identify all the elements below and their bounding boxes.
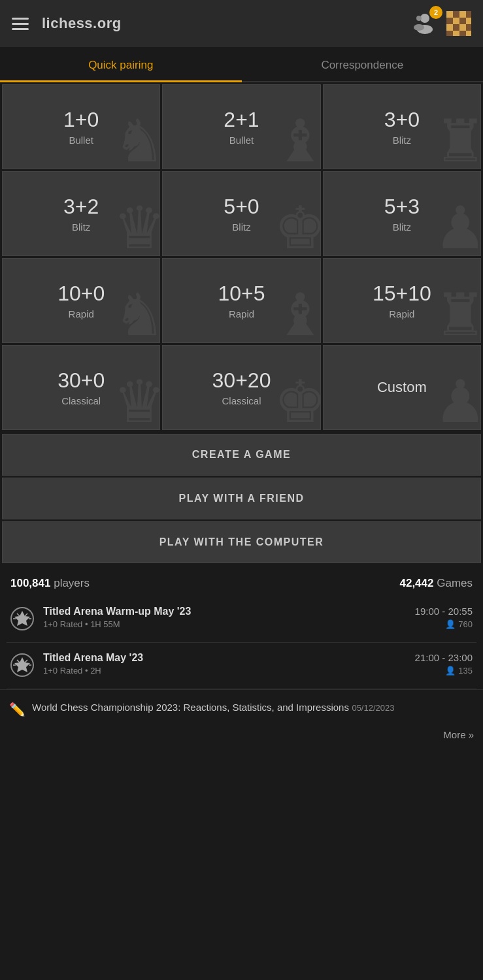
tournament-meta: 1+0 Rated • 2H xyxy=(43,666,415,676)
tabs-bar: Quick pairing Correspondence xyxy=(0,47,483,82)
game-grid: ♞1+0Bullet♝2+1Bullet♜3+0Blitz♛3+2Blitz♚5… xyxy=(0,82,483,432)
pencil-icon: ✏️ xyxy=(9,702,25,717)
game-type-label: Classical xyxy=(61,395,101,406)
watermark-icon: ♞ xyxy=(113,280,160,343)
game-type-label: Rapid xyxy=(389,308,414,319)
game-cell-10+5[interactable]: ♝10+5Rapid xyxy=(162,258,320,343)
action-buttons: CREATE A GAME PLAY WITH A FRIEND PLAY WI… xyxy=(0,432,483,565)
play-computer-button[interactable]: PLAY WITH THE COMPUTER xyxy=(2,521,481,563)
game-type-label: Bullet xyxy=(229,135,254,146)
game-type-label: Rapid xyxy=(69,308,94,319)
svg-rect-19 xyxy=(466,31,471,36)
watermark-icon: ♞ xyxy=(113,106,160,169)
time-control-label: 1+0 xyxy=(63,108,99,132)
svg-rect-5 xyxy=(453,11,459,18)
stats-bar: 100,841 players 42,442 Games xyxy=(0,565,483,596)
time-control-label: 5+0 xyxy=(224,195,259,219)
hamburger-menu[interactable] xyxy=(12,18,29,30)
watermark-icon: ♟ xyxy=(434,367,481,430)
notification-badge: 2 xyxy=(429,6,442,19)
svg-rect-7 xyxy=(466,11,471,18)
players-count: 760 xyxy=(458,619,473,629)
create-game-button[interactable]: CREATE A GAME xyxy=(2,434,481,476)
more-link[interactable]: More » xyxy=(0,724,483,753)
time-control-label: 30+20 xyxy=(212,368,271,393)
game-cell-3+0[interactable]: ♜3+0Blitz xyxy=(323,84,481,169)
tournament-right: 19:00 - 20:55 👤 760 xyxy=(415,606,473,629)
game-cell-30+0[interactable]: ♛30+0Classical xyxy=(2,345,160,430)
tournament-players: 👤 135 xyxy=(415,666,473,676)
header-left: lichess.org xyxy=(12,15,122,32)
time-control-label: 5+3 xyxy=(384,195,420,219)
game-cell-1+0[interactable]: ♞1+0Bullet xyxy=(2,84,160,169)
header-right: 2 xyxy=(412,10,471,37)
games-stat: 42,442 Games xyxy=(399,577,473,590)
svg-rect-14 xyxy=(459,24,466,31)
watermark-icon: ♛ xyxy=(113,367,160,430)
game-cell-2+1[interactable]: ♝2+1Bullet xyxy=(162,84,320,169)
svg-rect-10 xyxy=(459,18,466,24)
tab-correspondence[interactable]: Correspondence xyxy=(242,47,484,81)
user-icon-button[interactable]: 2 xyxy=(412,10,437,37)
tournament-name: Titled Arena May '23 xyxy=(43,652,415,664)
tournament-right: 21:00 - 23:00 👤 135 xyxy=(415,652,473,676)
game-type-label: Blitz xyxy=(393,135,411,146)
watermark-icon: ♛ xyxy=(113,193,160,256)
blog-section: ✏️ World Chess Championship 2023: Reacti… xyxy=(0,689,483,724)
tab-quick-pairing[interactable]: Quick pairing xyxy=(0,47,242,81)
play-friend-button[interactable]: PLAY WITH A FRIEND xyxy=(2,478,481,519)
game-type-label: Blitz xyxy=(72,221,90,233)
tournament-time: 21:00 - 23:00 xyxy=(415,652,473,663)
svg-rect-4 xyxy=(446,11,453,18)
tournament-icon xyxy=(10,653,34,679)
game-type-label: Rapid xyxy=(229,308,254,319)
svg-rect-6 xyxy=(459,11,466,18)
game-cell-10+0[interactable]: ♞10+0Rapid xyxy=(2,258,160,343)
time-control-label: 3+2 xyxy=(63,195,99,219)
watermark-icon: ♜ xyxy=(434,106,481,169)
game-cell-5+3[interactable]: ♟5+3Blitz xyxy=(323,171,481,256)
game-cell-3+2[interactable]: ♛3+2Blitz xyxy=(2,171,160,256)
time-control-label: 30+0 xyxy=(58,368,105,393)
svg-rect-12 xyxy=(446,24,453,31)
time-control-label: 10+0 xyxy=(58,282,105,306)
game-type-label: Blitz xyxy=(232,221,250,233)
watermark-icon: ♝ xyxy=(274,280,321,343)
game-cell-5+0[interactable]: ♚5+0Blitz xyxy=(162,171,320,256)
time-control-label: Custom xyxy=(377,379,427,396)
watermark-icon: ♝ xyxy=(274,106,321,169)
svg-rect-15 xyxy=(466,24,471,31)
svg-rect-18 xyxy=(459,31,466,36)
svg-rect-8 xyxy=(446,18,453,24)
tournament-name: Titled Arena Warm-up May '23 xyxy=(43,606,415,617)
blog-post[interactable]: ✏️ World Chess Championship 2023: Reacti… xyxy=(9,700,474,717)
tournament-item-t1[interactable]: Titled Arena Warm-up May '23 1+0 Rated •… xyxy=(7,596,476,643)
svg-point-2 xyxy=(416,16,422,21)
tournament-info: Titled Arena May '23 1+0 Rated • 2H xyxy=(43,652,415,676)
svg-rect-16 xyxy=(446,31,453,36)
players-icon: 👤 xyxy=(445,666,456,676)
game-type-label: Bullet xyxy=(69,135,93,146)
svg-rect-9 xyxy=(453,18,459,24)
players-stat: 100,841 players xyxy=(10,577,90,590)
header: lichess.org 2 xyxy=(0,0,483,47)
players-count: 135 xyxy=(458,666,473,676)
svg-rect-17 xyxy=(453,31,459,36)
tournament-meta: 1+0 Rated • 1H 55M xyxy=(43,619,415,629)
chess-board-icon[interactable] xyxy=(446,11,471,36)
blog-content: World Chess Championship 2023: Reactions… xyxy=(32,700,394,714)
players-icon: 👤 xyxy=(445,619,456,629)
tournament-list: Titled Arena Warm-up May '23 1+0 Rated •… xyxy=(0,596,483,689)
svg-rect-11 xyxy=(466,18,471,24)
tournament-players: 👤 760 xyxy=(415,619,473,629)
tournament-time: 19:00 - 20:55 xyxy=(415,606,473,617)
game-cell-15+10[interactable]: ♜15+10Rapid xyxy=(323,258,481,343)
watermark-icon: ♜ xyxy=(434,280,481,343)
watermark-icon: ♚ xyxy=(274,367,321,430)
game-cell-custom[interactable]: ♟Custom xyxy=(323,345,481,430)
time-control-label: 3+0 xyxy=(384,108,420,132)
game-cell-30+20[interactable]: ♚30+20Classical xyxy=(162,345,320,430)
tournament-item-t2[interactable]: Titled Arena May '23 1+0 Rated • 2H 21:0… xyxy=(7,643,476,689)
game-type-label: Classical xyxy=(222,395,261,406)
time-control-label: 2+1 xyxy=(224,108,259,132)
